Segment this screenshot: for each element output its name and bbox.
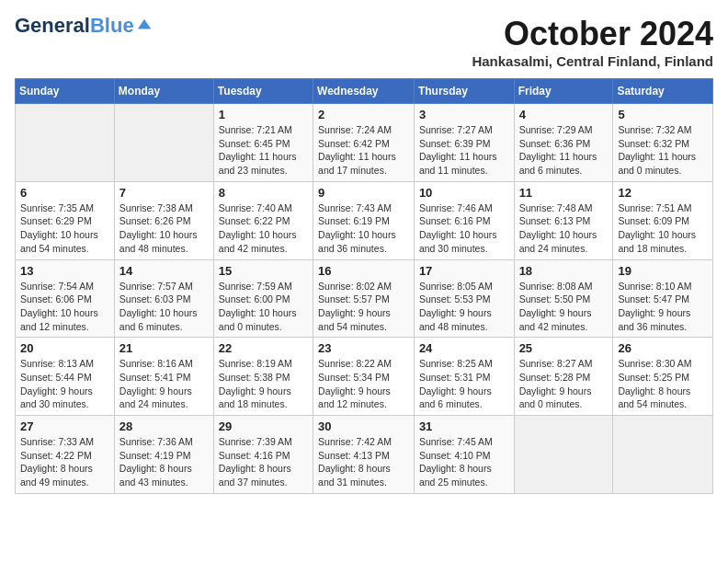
calendar-cell: 3 Sunrise: 7:27 AM Sunset: 6:39 PM Dayli…: [414, 104, 514, 182]
calendar-cell: [16, 104, 115, 182]
day-info: Sunrise: 7:48 AM Sunset: 6:13 PM Dayligh…: [519, 201, 609, 256]
calendar-cell: 14 Sunrise: 7:57 AM Sunset: 6:03 PM Dayl…: [114, 259, 213, 338]
calendar-cell: 22 Sunrise: 8:19 AM Sunset: 5:38 PM Dayl…: [213, 338, 313, 416]
calendar-cell: 18 Sunrise: 8:08 AM Sunset: 5:50 PM Dayl…: [514, 259, 613, 338]
weekday-header: Friday: [514, 79, 613, 104]
day-info: Sunrise: 8:13 AM Sunset: 5:44 PM Dayligh…: [20, 357, 109, 411]
day-number: 24: [419, 341, 509, 355]
day-info: Sunrise: 7:32 AM Sunset: 6:32 PM Dayligh…: [618, 123, 708, 178]
day-info: Sunrise: 7:36 AM Sunset: 4:19 PM Dayligh…: [119, 435, 209, 489]
day-info: Sunrise: 8:19 AM Sunset: 5:38 PM Dayligh…: [219, 357, 308, 411]
weekday-header: Tuesday: [213, 79, 313, 104]
day-number: 28: [119, 419, 209, 433]
weekday-header: Saturday: [613, 79, 713, 104]
calendar-cell: 1 Sunrise: 7:21 AM Sunset: 6:45 PM Dayli…: [213, 104, 313, 182]
day-number: 7: [119, 186, 209, 200]
day-number: 9: [318, 186, 409, 200]
day-number: 30: [318, 419, 409, 433]
day-number: 12: [618, 186, 708, 200]
calendar-week-row: 20 Sunrise: 8:13 AM Sunset: 5:44 PM Dayl…: [16, 338, 713, 416]
day-number: 5: [618, 108, 708, 121]
day-number: 4: [519, 108, 609, 121]
day-number: 18: [519, 264, 609, 278]
day-info: Sunrise: 7:21 AM Sunset: 6:45 PM Dayligh…: [219, 123, 308, 178]
day-info: Sunrise: 7:43 AM Sunset: 6:19 PM Dayligh…: [318, 201, 409, 256]
day-number: 22: [219, 341, 308, 355]
calendar-table: SundayMondayTuesdayWednesdayThursdayFrid…: [15, 78, 713, 494]
calendar-cell: 29 Sunrise: 7:39 AM Sunset: 4:16 PM Dayl…: [213, 416, 313, 494]
calendar-cell: 28 Sunrise: 7:36 AM Sunset: 4:19 PM Dayl…: [114, 416, 213, 494]
day-info: Sunrise: 8:16 AM Sunset: 5:41 PM Dayligh…: [119, 357, 209, 411]
day-number: 1: [219, 108, 308, 121]
calendar-cell: 10 Sunrise: 7:46 AM Sunset: 6:16 PM Dayl…: [414, 181, 514, 259]
day-info: Sunrise: 8:08 AM Sunset: 5:50 PM Dayligh…: [519, 280, 609, 334]
day-info: Sunrise: 7:46 AM Sunset: 6:16 PM Dayligh…: [419, 201, 509, 256]
calendar-cell: 9 Sunrise: 7:43 AM Sunset: 6:19 PM Dayli…: [313, 181, 415, 259]
day-info: Sunrise: 7:33 AM Sunset: 4:22 PM Dayligh…: [20, 435, 109, 489]
calendar-cell: 24 Sunrise: 8:25 AM Sunset: 5:31 PM Dayl…: [414, 338, 514, 416]
calendar-cell: 7 Sunrise: 7:38 AM Sunset: 6:26 PM Dayli…: [114, 181, 213, 259]
day-info: Sunrise: 8:02 AM Sunset: 5:57 PM Dayligh…: [318, 280, 409, 334]
day-number: 10: [419, 186, 509, 200]
weekday-header: Wednesday: [313, 79, 415, 104]
day-number: 27: [20, 419, 109, 433]
logo-icon: [136, 17, 153, 34]
day-number: 6: [20, 186, 109, 200]
location: Hankasalmi, Central Finland, Finland: [472, 53, 713, 69]
day-info: Sunrise: 7:29 AM Sunset: 6:36 PM Dayligh…: [519, 123, 609, 178]
day-number: 11: [519, 186, 609, 200]
calendar-cell: 11 Sunrise: 7:48 AM Sunset: 6:13 PM Dayl…: [514, 181, 613, 259]
day-number: 21: [119, 341, 209, 355]
svg-marker-0: [137, 19, 150, 29]
calendar-cell: 23 Sunrise: 8:22 AM Sunset: 5:34 PM Dayl…: [313, 338, 415, 416]
day-number: 3: [419, 108, 509, 121]
day-info: Sunrise: 7:35 AM Sunset: 6:29 PM Dayligh…: [20, 201, 109, 256]
day-info: Sunrise: 7:24 AM Sunset: 6:42 PM Dayligh…: [318, 123, 409, 178]
day-info: Sunrise: 8:22 AM Sunset: 5:34 PM Dayligh…: [318, 357, 409, 411]
calendar-cell: 4 Sunrise: 7:29 AM Sunset: 6:36 PM Dayli…: [514, 104, 613, 182]
calendar-cell: 8 Sunrise: 7:40 AM Sunset: 6:22 PM Dayli…: [213, 181, 313, 259]
calendar-cell: [613, 416, 713, 494]
day-number: 26: [618, 341, 708, 355]
day-info: Sunrise: 7:40 AM Sunset: 6:22 PM Dayligh…: [219, 201, 308, 256]
day-info: Sunrise: 8:10 AM Sunset: 5:47 PM Dayligh…: [618, 280, 708, 334]
day-info: Sunrise: 8:05 AM Sunset: 5:53 PM Dayligh…: [419, 280, 509, 334]
logo-text: GeneralBlue: [15, 15, 134, 37]
day-info: Sunrise: 8:30 AM Sunset: 5:25 PM Dayligh…: [618, 357, 708, 411]
day-info: Sunrise: 7:54 AM Sunset: 6:06 PM Dayligh…: [20, 280, 109, 334]
calendar-cell: 20 Sunrise: 8:13 AM Sunset: 5:44 PM Dayl…: [16, 338, 115, 416]
day-info: Sunrise: 7:27 AM Sunset: 6:39 PM Dayligh…: [419, 123, 509, 178]
calendar-cell: [514, 416, 613, 494]
day-number: 31: [419, 419, 509, 433]
day-info: Sunrise: 8:25 AM Sunset: 5:31 PM Dayligh…: [419, 357, 509, 411]
calendar-cell: 31 Sunrise: 7:45 AM Sunset: 4:10 PM Dayl…: [414, 416, 514, 494]
day-info: Sunrise: 7:42 AM Sunset: 4:13 PM Dayligh…: [318, 435, 409, 489]
day-info: Sunrise: 7:38 AM Sunset: 6:26 PM Dayligh…: [119, 201, 209, 256]
day-number: 8: [219, 186, 308, 200]
logo: GeneralBlue: [15, 15, 153, 37]
day-info: Sunrise: 7:57 AM Sunset: 6:03 PM Dayligh…: [119, 280, 209, 334]
day-number: 14: [119, 264, 209, 278]
day-number: 13: [20, 264, 109, 278]
calendar-cell: 5 Sunrise: 7:32 AM Sunset: 6:32 PM Dayli…: [613, 104, 713, 182]
calendar-cell: 13 Sunrise: 7:54 AM Sunset: 6:06 PM Dayl…: [16, 259, 115, 338]
day-number: 17: [419, 264, 509, 278]
calendar-cell: [114, 104, 213, 182]
calendar-cell: 12 Sunrise: 7:51 AM Sunset: 6:09 PM Dayl…: [613, 181, 713, 259]
day-info: Sunrise: 7:39 AM Sunset: 4:16 PM Dayligh…: [219, 435, 308, 489]
calendar-cell: 25 Sunrise: 8:27 AM Sunset: 5:28 PM Dayl…: [514, 338, 613, 416]
calendar-week-row: 13 Sunrise: 7:54 AM Sunset: 6:06 PM Dayl…: [16, 259, 713, 338]
day-number: 20: [20, 341, 109, 355]
title-block: October 2024 Hankasalmi, Central Finland…: [472, 15, 713, 69]
calendar-week-row: 6 Sunrise: 7:35 AM Sunset: 6:29 PM Dayli…: [16, 181, 713, 259]
weekday-header: Monday: [114, 79, 213, 104]
weekday-header: Thursday: [414, 79, 514, 104]
day-info: Sunrise: 7:51 AM Sunset: 6:09 PM Dayligh…: [618, 201, 708, 256]
calendar-cell: 16 Sunrise: 8:02 AM Sunset: 5:57 PM Dayl…: [313, 259, 415, 338]
day-number: 15: [219, 264, 308, 278]
day-info: Sunrise: 7:59 AM Sunset: 6:00 PM Dayligh…: [219, 280, 308, 334]
calendar-cell: 26 Sunrise: 8:30 AM Sunset: 5:25 PM Dayl…: [613, 338, 713, 416]
calendar-cell: 21 Sunrise: 8:16 AM Sunset: 5:41 PM Dayl…: [114, 338, 213, 416]
weekday-header: Sunday: [16, 79, 115, 104]
month-title: October 2024: [472, 15, 713, 53]
